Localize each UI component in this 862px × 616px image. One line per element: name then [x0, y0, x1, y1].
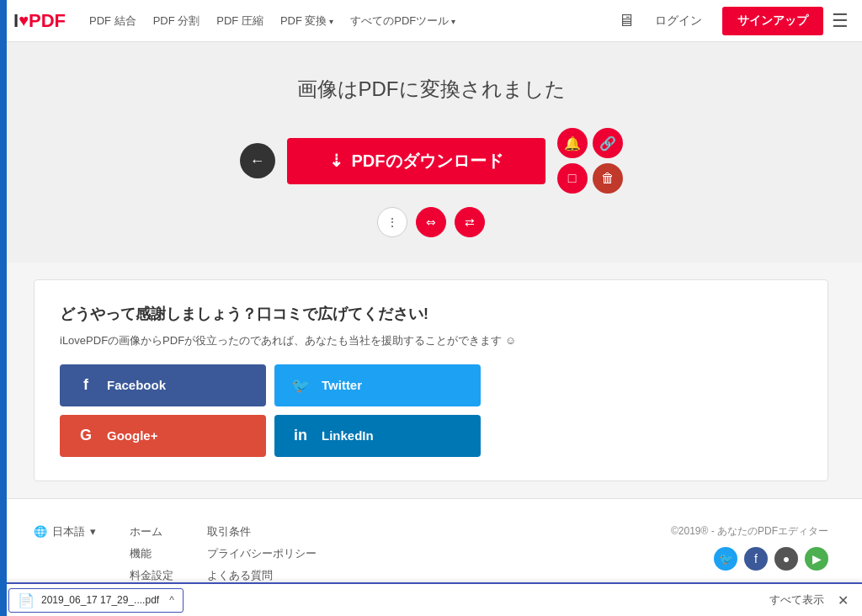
file-pdf-icon: 📄 — [18, 592, 35, 608]
social-grid: f Facebook 🐦 Twitter G Google+ in Linked… — [60, 364, 481, 457]
side-blue-bar — [0, 0, 7, 616]
nav-link-split[interactable]: PDF 分割 — [146, 8, 207, 34]
hamburger-icon[interactable]: ☰ — [832, 10, 849, 32]
notify-button[interactable]: 🔔 — [557, 128, 588, 158]
twitter-icon: 🐦 — [290, 374, 311, 396]
hero-section: 画像はPDFに変換されました ← ⇣ PDFのダウンロード 🔔 🔗 □ 🗑 ⋮ … — [0, 42, 862, 263]
twitter-label: Twitter — [322, 378, 362, 392]
share-title: どうやって感謝しましょう？口コミで広げてください! — [60, 304, 802, 324]
more-options-button[interactable]: ⋮ — [377, 207, 407, 237]
globe-icon: 🌐 — [34, 525, 47, 538]
nav-links: PDF 結合 PDF 分割 PDF 圧縮 PDF 変換 すべてのPDFツール — [82, 8, 601, 34]
close-bar-button[interactable]: ✕ — [833, 592, 854, 608]
download-label: PDFのダウンロード — [352, 150, 503, 173]
footer-right: ©2019® - あなたのPDFエディター 🐦 f ● ▶ — [671, 524, 828, 571]
footer-link-privacy[interactable]: プライバシーポリシー — [207, 546, 317, 561]
trash-button[interactable]: 🗑 — [593, 163, 623, 194]
nav-link-convert[interactable]: PDF 変換 — [274, 8, 340, 34]
language-label: 日本語 — [52, 524, 85, 539]
share-section: どうやって感謝しましょう？口コミで広げてください! iLovePDFの画像からP… — [34, 279, 828, 481]
file-chevron-icon[interactable]: ^ — [169, 594, 174, 606]
nav-link-compress[interactable]: PDF 圧縮 — [210, 8, 270, 34]
language-arrow-icon: ▾ — [90, 525, 96, 538]
logo-heart: ♥ — [19, 11, 29, 30]
footer-dark-icon[interactable]: ● — [774, 547, 798, 571]
footer-social-icons: 🐦 f ● ▶ — [714, 547, 828, 571]
google-label: Google+ — [107, 428, 157, 443]
facebook-icon: f — [75, 374, 97, 396]
footer-green-icon[interactable]: ▶ — [805, 547, 828, 571]
footer-twitter-icon[interactable]: 🐦 — [714, 547, 737, 571]
monitor-icon[interactable]: 🖥 — [618, 11, 635, 30]
footer-link-home[interactable]: ホーム — [130, 524, 173, 539]
linkedin-label: LinkedIn — [322, 428, 374, 443]
share-description: iLovePDFの画像からPDFが役立ったのであれば、あなたも当社を援助すること… — [60, 332, 802, 349]
dropbox-button[interactable]: □ — [557, 163, 588, 194]
nav-right: 🖥 ログイン サインアップ ☰ — [618, 7, 849, 35]
action-row: ← ⇣ PDFのダウンロード 🔔 🔗 □ 🗑 — [17, 128, 845, 194]
footer-copyright: ©2019® - あなたのPDFエディター — [671, 524, 828, 539]
file-name: 2019_06_17 17_29_....pdf — [41, 594, 159, 606]
nav-link-combine[interactable]: PDF 結合 — [82, 8, 143, 34]
hero-title: 画像はPDFに変換されました — [17, 76, 845, 103]
back-button[interactable]: ← — [240, 143, 275, 178]
link-button[interactable]: 🔗 — [593, 128, 623, 158]
footer-link-pricing[interactable]: 料金設定 — [130, 568, 173, 583]
footer-link-faq[interactable]: よくある質問 — [207, 568, 317, 583]
action-icons-grid: 🔔 🔗 □ 🗑 — [557, 128, 623, 194]
facebook-share-button[interactable]: f Facebook — [60, 364, 266, 406]
navbar: I ♥ PDF PDF 結合 PDF 分割 PDF 圧縮 PDF 変換 すべての… — [0, 0, 862, 42]
linkedin-share-button[interactable]: in LinkedIn — [274, 415, 481, 457]
download-bar: 📄 2019_06_17 17_29_....pdf ^ すべて表示 ✕ — [0, 582, 862, 616]
show-all-button[interactable]: すべて表示 — [769, 592, 824, 608]
google-icon: G — [75, 425, 97, 447]
convert-option-button[interactable]: ⇄ — [455, 207, 485, 237]
download-icon: ⇣ — [329, 151, 343, 171]
language-selector[interactable]: 🌐 日本語 ▾ — [34, 524, 96, 539]
nav-link-all-tools[interactable]: すべてのPDFツール — [343, 8, 462, 34]
footer-facebook-icon[interactable]: f — [744, 547, 768, 571]
facebook-label: Facebook — [107, 378, 166, 392]
twitter-share-button[interactable]: 🐦 Twitter — [274, 364, 481, 406]
footer-link-features[interactable]: 機能 — [130, 546, 173, 561]
signup-button[interactable]: サインアップ — [722, 7, 823, 35]
logo[interactable]: I ♥ PDF — [13, 10, 66, 32]
logo-pdf: PDF — [29, 10, 66, 32]
download-button[interactable]: ⇣ PDFのダウンロード — [287, 138, 545, 184]
compress-option-button[interactable]: ⇔ — [416, 207, 446, 237]
footer-link-terms[interactable]: 取引条件 — [207, 524, 317, 539]
linkedin-icon: in — [290, 425, 311, 447]
login-button[interactable]: ログイン — [643, 8, 714, 34]
download-bar-file[interactable]: 📄 2019_06_17 17_29_....pdf ^ — [8, 588, 184, 613]
secondary-actions: ⋮ ⇔ ⇄ — [17, 207, 845, 237]
google-share-button[interactable]: G Google+ — [60, 415, 266, 457]
